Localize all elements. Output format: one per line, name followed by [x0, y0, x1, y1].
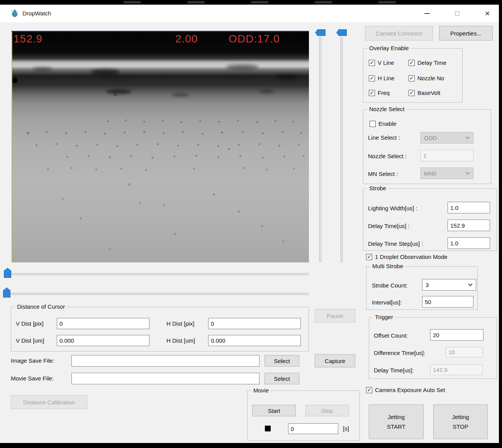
camera-exposure-auto-set-checkbox[interactable]: Camera Exposure Auto Set — [366, 387, 445, 393]
vertical-slider-thumb-1[interactable] — [315, 29, 326, 36]
horizontal-slider-track-1[interactable] — [5, 273, 309, 275]
horizontal-slider-thumb-1[interactable] — [4, 268, 11, 278]
vertical-slider-thumb-2[interactable] — [336, 29, 347, 36]
v-line-overlay — [12, 32, 12, 262]
droplet-dot — [213, 193, 215, 196]
h-dist-pix-input[interactable] — [208, 318, 301, 329]
droplet-dot — [120, 167, 122, 169]
checkbox-label: Camera Exposure Auto Set — [375, 387, 445, 393]
interval-input[interactable] — [422, 296, 473, 308]
droplet-dot — [157, 143, 159, 145]
droplet-dot — [238, 210, 240, 213]
droplet-dot — [282, 240, 285, 243]
strobe-delay-time-label: Delay Time[us] : — [368, 223, 410, 229]
camera-smudge — [172, 93, 189, 97]
checkbox-label: Nozzle No — [417, 75, 444, 81]
minimize-icon — [424, 13, 430, 14]
overlay-nozzle-line-text: ODD:17.0 — [229, 33, 280, 45]
camera-view[interactable]: 152.9 2.00 ODD:17.0 — [12, 31, 309, 262]
interval-label: Interval[us]: — [372, 299, 402, 306]
droplet-dot — [228, 148, 230, 150]
overlay-enable-title: Overlay Enable — [367, 45, 411, 51]
jetting-stop-button[interactable]: Jetting STOP — [433, 404, 488, 439]
droplet-dot — [293, 167, 295, 169]
movie-save-file-input[interactable] — [71, 373, 259, 384]
vertical-slider-track-2[interactable] — [341, 37, 343, 262]
camera-smudge — [276, 74, 297, 79]
hline-checkbox[interactable]: H Line — [369, 75, 394, 81]
trigger-group: Trigger Offset Count: Difference Time[us… — [369, 317, 497, 379]
checkbox-box — [409, 60, 415, 66]
checkbox-box — [369, 60, 375, 66]
checkbox-label: Enable — [378, 120, 397, 127]
checkbox-label: BaseVolt — [417, 90, 440, 96]
camera-smudge — [106, 89, 131, 94]
h-dist-um-input[interactable] — [208, 335, 301, 346]
horizontal-slider-thumb-2[interactable] — [3, 287, 10, 298]
droplet-dot — [195, 155, 197, 157]
droplet-dot — [96, 144, 98, 145]
multi-strobe-group: Multi Strobe Strobe Count: 3 Interval[us… — [366, 266, 478, 310]
movie-group-title: Movie — [251, 387, 271, 394]
properties-button[interactable]: Properties... — [439, 26, 493, 41]
droplet-dot — [128, 183, 131, 186]
image-select-button[interactable]: Select — [265, 355, 299, 367]
droplet-dot — [173, 156, 175, 157]
droplet-dot — [237, 120, 239, 122]
basevolt-checkbox[interactable]: BaseVolt — [409, 90, 440, 96]
horizontal-slider-track-2[interactable] — [5, 293, 309, 295]
strobe-count-combo[interactable]: 3 — [422, 279, 476, 291]
droplet-dot — [217, 156, 219, 158]
freq-checkbox[interactable]: Freq — [369, 90, 390, 96]
droplet-dot — [109, 156, 111, 158]
delay-time-checkbox[interactable]: Delay Time — [409, 59, 446, 66]
droplet-dot — [143, 121, 145, 123]
droplet-dot — [258, 143, 260, 145]
droplet-dot — [124, 132, 126, 134]
title-bar[interactable]: DropWatch ✕ — [0, 5, 499, 22]
checkbox-box — [366, 387, 372, 393]
droplet-dot — [136, 144, 138, 146]
image-save-file-input[interactable] — [71, 355, 259, 367]
maximize-button[interactable] — [447, 5, 467, 22]
droplet-dot — [162, 120, 164, 122]
v-dist-pix-label: V Dist [pix] — [16, 320, 44, 327]
movie-select-button[interactable]: Select — [265, 373, 299, 384]
droplet-dot — [36, 144, 37, 146]
delay-time-step-input[interactable] — [448, 237, 490, 249]
checkbox-label: H Line — [378, 75, 394, 81]
combo-value: ODD — [424, 135, 437, 141]
movie-stop-button: Stop — [305, 405, 349, 416]
v-dist-pix-input[interactable] — [57, 318, 149, 329]
vline-checkbox[interactable]: V Line — [369, 59, 394, 66]
movie-time-input[interactable] — [288, 423, 338, 434]
top-edge-artifacts — [77, 1, 405, 3]
trigger-delay-time-label: Delay Time[us]: — [374, 367, 414, 374]
chevron-down-icon — [465, 170, 470, 174]
droplet-dot — [85, 131, 86, 133]
vertical-slider-track-1[interactable] — [319, 37, 321, 262]
dropwatch-window: DropWatch ✕ 152.9 2.00 ODD:17.0 Distance… — [0, 5, 499, 443]
droplet-dot — [174, 233, 176, 235]
strobe-count-label: Strobe Count: — [372, 282, 408, 289]
droplet-dot — [71, 167, 73, 169]
checkbox-box — [369, 90, 375, 96]
jetting-start-button[interactable]: Jetting START — [369, 404, 424, 439]
close-button[interactable]: ✕ — [477, 5, 497, 22]
v-dist-um-input[interactable] — [57, 335, 149, 346]
droplet-dot — [243, 167, 245, 169]
strobe-delay-time-input[interactable] — [448, 220, 490, 231]
droplet-dot — [145, 169, 147, 171]
nozzle-enable-checkbox[interactable]: Enable — [370, 120, 397, 127]
movie-start-button[interactable]: Start — [252, 405, 296, 416]
minimize-button[interactable] — [417, 5, 437, 22]
droplet-observation-mode-checkbox[interactable]: 1 Droplet Observation Mode — [366, 254, 448, 260]
offset-count-input[interactable] — [430, 329, 483, 341]
nozzle-no-checkbox[interactable]: Nozzle No — [409, 75, 444, 81]
nozzle-select-label: Nozzle Select : — [368, 153, 407, 159]
app-icon — [10, 8, 19, 18]
record-indicator-square — [265, 426, 271, 431]
lighting-width-input[interactable] — [448, 202, 490, 213]
capture-button[interactable]: Capture — [315, 354, 355, 367]
h-dist-um-label: H Dist [um] — [166, 337, 195, 344]
